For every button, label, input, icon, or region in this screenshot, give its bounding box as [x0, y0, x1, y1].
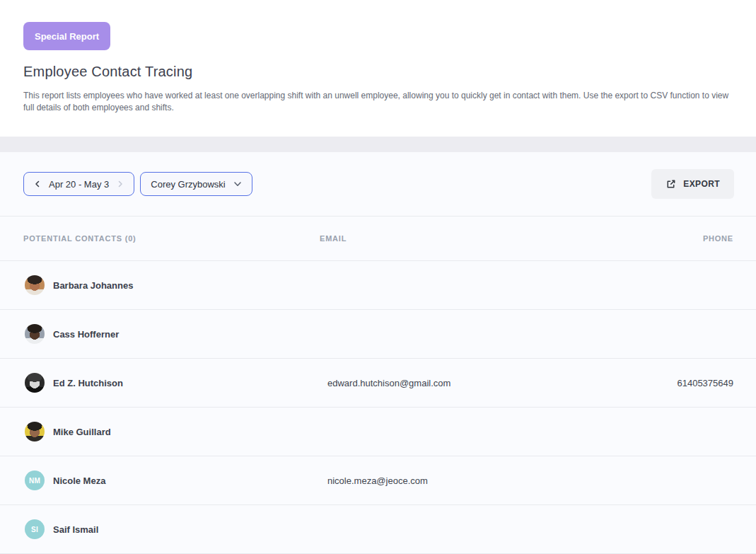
contact-name-cell: NM Nicole Meza: [23, 471, 320, 490]
initials-avatar: NM: [25, 471, 45, 490]
chevron-down-icon: [233, 180, 242, 188]
contact-name-cell: Mike Guillard: [23, 422, 320, 442]
chevron-left-icon: [34, 180, 41, 187]
next-date-button[interactable]: [117, 180, 124, 187]
contact-email: edward.hutchison@gmail.com: [320, 378, 677, 388]
export-button[interactable]: EXPORT: [651, 169, 734, 199]
contact-email: nicole.meza@jeoce.com: [320, 475, 733, 486]
column-header-phone: PHONE: [703, 234, 733, 243]
contact-name: Mike Guillard: [53, 427, 111, 437]
special-report-badge: Special Report: [23, 22, 110, 50]
contact-name-cell: Barbara Johannes: [23, 275, 320, 295]
toolbar: Apr 20 - May 3 Corey Grzybowski: [0, 152, 756, 216]
chevron-right-icon: [117, 180, 124, 187]
employee-contact-tracing-page: Special Report Employee Contact Tracing …: [0, 0, 756, 554]
photo-avatar: [25, 324, 45, 344]
table-row: Mike Guillard: [0, 408, 756, 456]
column-header-email: EMAIL: [320, 234, 703, 243]
table-row: Cass Hofferner: [0, 310, 756, 359]
contact-name-cell: SI Saif Ismail: [23, 519, 320, 539]
photo-avatar: [25, 275, 45, 295]
report-header: Special Report Employee Contact Tracing …: [0, 0, 756, 137]
employee-filter-dropdown[interactable]: Corey Grzybowski: [140, 172, 252, 196]
table-header-row: POTENTIAL CONTACTS (0) EMAIL PHONE: [0, 216, 756, 261]
section-divider-band: [0, 137, 756, 152]
contact-name-cell: Cass Hofferner: [23, 324, 320, 344]
date-range-picker[interactable]: Apr 20 - May 3: [23, 172, 134, 196]
table-row: SI Saif Ismail: [0, 505, 756, 554]
table-row: NM Nicole Meza nicole.meza@jeoce.com: [0, 456, 756, 505]
photo-avatar: [25, 422, 45, 442]
page-title: Employee Contact Tracing: [23, 64, 733, 80]
export-button-label: EXPORT: [683, 179, 720, 189]
toolbar-filters: Apr 20 - May 3 Corey Grzybowski: [23, 172, 252, 196]
export-icon: [665, 179, 676, 190]
table-row: Barbara Johannes: [0, 261, 756, 310]
contact-name: Nicole Meza: [53, 475, 105, 486]
contact-phone: 61405375649: [677, 378, 733, 388]
contact-name: Barbara Johannes: [53, 280, 133, 291]
page-description: This report lists employees who have wor…: [23, 90, 733, 114]
photo-avatar: [25, 373, 45, 393]
table-row: Ed Z. Hutchison edward.hutchison@gmail.c…: [0, 359, 756, 408]
contact-name-cell: Ed Z. Hutchison: [23, 373, 320, 393]
date-range-label: Apr 20 - May 3: [49, 179, 109, 190]
employee-filter-value: Corey Grzybowski: [151, 179, 225, 190]
contact-name: Ed Z. Hutchison: [53, 378, 123, 388]
column-header-contacts: POTENTIAL CONTACTS (0): [23, 234, 320, 243]
initials-avatar: SI: [25, 519, 45, 539]
prev-date-button[interactable]: [34, 180, 41, 187]
contact-name: Saif Ismail: [53, 524, 98, 535]
contacts-list: Barbara Johannes Cass Hofferner Ed Z. Hu…: [0, 261, 756, 554]
contact-name: Cass Hofferner: [53, 329, 119, 340]
